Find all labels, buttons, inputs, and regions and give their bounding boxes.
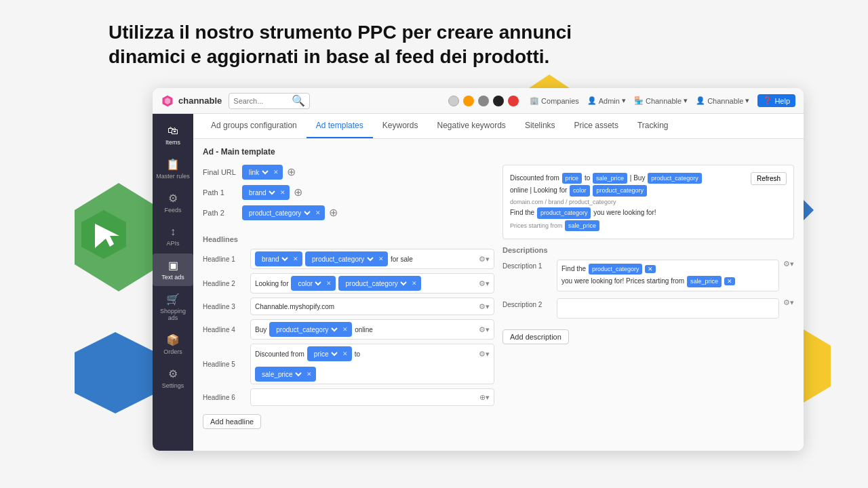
headline-5-content[interactable]: Discounted from price ✕ to ⚙▾ sale_price bbox=[250, 344, 494, 384]
add-description-button[interactable]: Add description bbox=[502, 329, 569, 344]
feeds-icon: ⚙ bbox=[168, 192, 178, 205]
h5-static-before: Discounted from bbox=[255, 350, 304, 358]
path2-select[interactable]: product_category bbox=[246, 209, 313, 218]
path1-select[interactable]: brand bbox=[246, 188, 277, 197]
desc-2-content[interactable] bbox=[557, 298, 779, 319]
channable-menu2[interactable]: 👤 Channable ▾ bbox=[696, 96, 749, 105]
h2-gear-add[interactable]: ⚙▾ bbox=[479, 279, 490, 288]
refresh-button[interactable]: Refresh bbox=[751, 172, 787, 185]
h1-tag2[interactable]: product_category ✕ bbox=[305, 251, 388, 266]
sidebar-item-master-rules[interactable]: 📋 Master rules bbox=[153, 152, 193, 185]
search-input[interactable] bbox=[233, 97, 292, 105]
chevron-down-icon3: ▾ bbox=[745, 96, 749, 105]
final-url-add[interactable]: ⊕ bbox=[287, 167, 296, 178]
h2-tag2[interactable]: product_category ✕ bbox=[338, 276, 421, 291]
store-icon: 🏪 bbox=[634, 96, 644, 105]
h4-tag1[interactable]: product_category ✕ bbox=[269, 322, 352, 337]
h5-static-to: to bbox=[355, 350, 360, 358]
path1-tag[interactable]: brand ✕ bbox=[242, 185, 290, 200]
desc1-gear[interactable]: ⚙▾ bbox=[783, 260, 794, 268]
sidebar-item-orders[interactable]: 📦 Orders bbox=[153, 328, 193, 361]
headline-6-content[interactable]: ⊕▾ bbox=[250, 388, 494, 406]
desc1-tag-product-cat: product_category bbox=[589, 264, 643, 274]
desc2-gear[interactable]: ⚙▾ bbox=[783, 298, 794, 307]
search-box[interactable]: 🔍 bbox=[229, 93, 310, 109]
h5-tag1-select[interactable]: price bbox=[311, 350, 340, 359]
h4-gear-add[interactable]: ⚙▾ bbox=[479, 325, 490, 334]
h4-tag1-select[interactable]: product_category bbox=[273, 325, 340, 334]
topbar-right: 🏢 Companies 👤 Admin ▾ 🏪 Channable ▾ 👤 Ch… bbox=[530, 94, 795, 107]
tab-tracking[interactable]: Tracking bbox=[628, 114, 678, 138]
h1-tag2-select[interactable]: product_category bbox=[309, 255, 376, 264]
h5-gear-add[interactable]: ⚙▾ bbox=[479, 350, 490, 359]
content-area: Ad groups configuration Ad templates Key… bbox=[193, 114, 804, 451]
final-url-tag[interactable]: link ✕ bbox=[242, 165, 283, 180]
admin-menu[interactable]: 👤 Admin ▾ bbox=[587, 96, 626, 105]
sidebar: 🛍 Items 📋 Master rules ⚙ Feeds ↕ APIs ▣ … bbox=[153, 114, 193, 451]
search-icon: 🔍 bbox=[292, 94, 305, 107]
headlines-header: Headlines bbox=[203, 235, 494, 243]
items-icon: 🛍 bbox=[167, 125, 178, 137]
headline-2-content[interactable]: Looking for color ✕ product_category ✕ ⚙… bbox=[250, 273, 494, 293]
desc-1-label: Description 1 bbox=[502, 260, 553, 270]
add-headline-button[interactable]: Add headline bbox=[203, 414, 261, 429]
final-url-label: Final URL bbox=[203, 168, 238, 176]
tab-ad-groups-config[interactable]: Ad groups configuration bbox=[201, 114, 307, 138]
h3-gear-add[interactable]: ⚙▾ bbox=[479, 302, 490, 311]
path1-remove[interactable]: ✕ bbox=[280, 189, 285, 196]
sidebar-item-text-ads[interactable]: ▣ Text ads bbox=[153, 253, 193, 286]
ad-content: Ad - Main template Final URL link ✕ bbox=[193, 139, 804, 451]
h4-static-after: online bbox=[355, 326, 373, 333]
desc-1-content[interactable]: Find the product_category ✕ you were loo… bbox=[557, 260, 779, 291]
tab-sitelinks[interactable]: Sitelinks bbox=[515, 114, 565, 138]
preview-line1: Discounted from price to sale_price | Bu… bbox=[510, 172, 787, 184]
h4-tag1-remove[interactable]: ✕ bbox=[342, 326, 348, 333]
final-url-remove[interactable]: ✕ bbox=[273, 169, 279, 176]
h5-tag1[interactable]: price ✕ bbox=[307, 346, 352, 361]
h2-tag2-select[interactable]: product_category bbox=[342, 279, 409, 288]
headline-1-content[interactable]: brand ✕ product_category ✕ for sale ⚙▾ bbox=[250, 249, 494, 269]
h1-tag1-select[interactable]: brand bbox=[259, 255, 290, 264]
h5-tag2-remove[interactable]: ✕ bbox=[307, 371, 312, 378]
path1-add[interactable]: ⊕ bbox=[294, 187, 302, 198]
tab-keywords[interactable]: Keywords bbox=[373, 114, 428, 138]
desc1-remove-tag[interactable]: ✕ bbox=[645, 265, 656, 273]
path2-tag[interactable]: product_category ✕ bbox=[242, 205, 325, 220]
h1-gear-add[interactable]: ⚙▾ bbox=[479, 255, 490, 264]
circle-dark bbox=[478, 96, 489, 106]
h1-tag2-remove[interactable]: ✕ bbox=[378, 256, 384, 262]
sidebar-item-shopping-ads[interactable]: 🛒 Shopping ads bbox=[153, 287, 193, 327]
preview-line2: online | Looking for color product_categ… bbox=[510, 184, 787, 197]
h2-tag1-remove[interactable]: ✕ bbox=[326, 280, 332, 287]
sidebar-item-feeds[interactable]: ⚙ Feeds bbox=[153, 186, 193, 219]
sidebar-item-items[interactable]: 🛍 Items bbox=[153, 119, 193, 151]
final-url-select[interactable]: link bbox=[246, 168, 271, 177]
path2-remove[interactable]: ✕ bbox=[315, 209, 321, 216]
channable-menu1[interactable]: 🏪 Channable ▾ bbox=[634, 96, 688, 105]
tab-price-assets[interactable]: Price assets bbox=[565, 114, 628, 138]
path2-add[interactable]: ⊕ bbox=[329, 207, 338, 218]
h6-gear-add[interactable]: ⊕▾ bbox=[479, 393, 490, 402]
h2-tag1-select[interactable]: color bbox=[295, 279, 323, 288]
h2-tag2-remove[interactable]: ✕ bbox=[412, 280, 417, 287]
topbar: channable 🔍 🏢 Companies 👤 Admin ▾ 🏪 bbox=[153, 88, 804, 114]
h5-tag1-remove[interactable]: ✕ bbox=[342, 350, 348, 357]
headline-1-row: Headline 1 brand ✕ product_category ✕ bbox=[203, 249, 494, 269]
h1-tag1-remove[interactable]: ✕ bbox=[293, 256, 298, 262]
sidebar-item-settings[interactable]: ⚙ Settings bbox=[153, 362, 193, 394]
h5-tag2-select[interactable]: sale_price bbox=[259, 370, 304, 379]
companies-menu[interactable]: 🏢 Companies bbox=[530, 96, 579, 105]
tab-negative-keywords[interactable]: Negative keywords bbox=[427, 114, 515, 138]
h1-tag1[interactable]: brand ✕ bbox=[255, 251, 302, 266]
path2-label: Path 2 bbox=[203, 209, 238, 217]
preview-text-buy: | Buy bbox=[630, 174, 647, 182]
help-button[interactable]: ❓ Help bbox=[757, 94, 795, 107]
headline-4-content[interactable]: Buy product_category ✕ online ⚙▾ bbox=[250, 319, 494, 340]
sidebar-item-apis[interactable]: ↕ APIs bbox=[153, 220, 193, 252]
h3-static: Channable.myshopify.com bbox=[255, 303, 334, 310]
desc1-remove-tag2[interactable]: ✕ bbox=[724, 277, 735, 285]
headline-3-content[interactable]: Channable.myshopify.com ⚙▾ bbox=[250, 298, 494, 315]
h5-tag2[interactable]: sale_price ✕ bbox=[255, 367, 316, 382]
tab-ad-templates[interactable]: Ad templates bbox=[307, 114, 373, 138]
h2-tag1[interactable]: color ✕ bbox=[291, 276, 336, 291]
